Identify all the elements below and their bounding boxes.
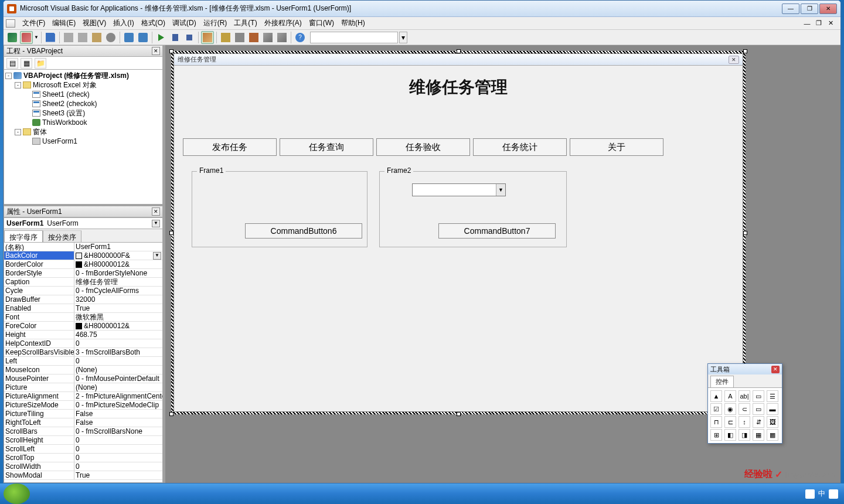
tool-optionbutton[interactable]: ◉ — [724, 403, 736, 415]
menu-item[interactable]: 运行(R) — [200, 17, 231, 29]
menu-item[interactable]: 插入(I) — [110, 17, 137, 29]
tree-workbook[interactable]: ThisWorkbook — [5, 118, 161, 127]
expand-icon[interactable]: - — [15, 82, 21, 88]
tool-listbox[interactable]: ☰ — [767, 390, 778, 402]
resize-handle-bm[interactable] — [457, 412, 461, 416]
tool-tabstrip[interactable]: ⊓ — [710, 416, 722, 428]
view-code-button[interactable]: ▤ — [6, 58, 18, 69]
resize-handle-tm[interactable] — [457, 49, 461, 53]
paste-button[interactable] — [90, 31, 103, 44]
insert-userform-button[interactable] — [20, 31, 33, 44]
dropdown-button[interactable]: ▼ — [153, 252, 161, 260]
tree-userform[interactable]: UserForm1 — [5, 137, 161, 146]
property-row[interactable]: ScrollBars0 - fmScrollBarsNone — [4, 427, 162, 436]
start-button[interactable] — [4, 483, 30, 504]
property-row[interactable]: ForeColor&H80000012& — [4, 322, 162, 331]
undo-button[interactable] — [122, 31, 135, 44]
tool-combobox[interactable]: ▭ — [753, 390, 764, 402]
tool-extra2[interactable]: ◨ — [738, 429, 750, 441]
reset-button[interactable] — [183, 31, 196, 44]
combobox-dropdown-button[interactable]: ▼ — [496, 184, 505, 196]
tree-sheet[interactable]: Sheet2 (checkok) — [5, 99, 161, 108]
menu-item[interactable]: 帮助(H) — [338, 17, 369, 29]
menu-item[interactable]: 工具(T) — [230, 17, 260, 29]
toolbox-button[interactable] — [261, 31, 274, 44]
resize-handle-tr[interactable] — [743, 49, 747, 53]
form-heading-label[interactable]: 维修任务管理 — [174, 76, 743, 98]
properties-grid[interactable]: (名称)UserForm1BackColor&H8000000F&▼Border… — [4, 242, 163, 483]
toolbox-close-button[interactable]: ✕ — [771, 366, 780, 373]
tab-alphabetic[interactable]: 按字母序 — [4, 230, 43, 242]
taskbar[interactable]: 中 — [0, 483, 844, 504]
help-button[interactable]: ? — [294, 31, 307, 44]
menu-item[interactable]: 文件(F) — [19, 17, 49, 29]
frame2[interactable]: Frame2 ▼ CommandButton7 — [379, 171, 567, 247]
userform-close-button[interactable]: ✕ — [729, 56, 739, 64]
mdi-close-button[interactable]: ✕ — [826, 19, 835, 28]
redo-button[interactable] — [137, 31, 149, 44]
design-mode-button[interactable] — [201, 31, 214, 44]
form-button[interactable]: 关于 — [570, 138, 663, 156]
menu-item[interactable]: 外接程序(A) — [261, 17, 305, 29]
properties-pane-close-button[interactable]: ✕ — [152, 207, 160, 216]
property-row[interactable]: Font微软雅黑 — [4, 313, 162, 322]
property-row[interactable]: PictureSizeMode0 - fmPictureSizeModeClip — [4, 401, 162, 410]
tool-scrollbar[interactable]: ↕ — [738, 416, 750, 428]
properties-window-button[interactable] — [233, 31, 246, 44]
tool-extra4[interactable]: ▩ — [767, 429, 778, 441]
dropdown-arrow-icon[interactable]: ▼ — [34, 35, 39, 40]
property-row[interactable]: Picture(None) — [4, 383, 162, 392]
menu-item[interactable]: 窗口(W) — [305, 17, 338, 29]
menu-item[interactable]: 调试(D) — [169, 17, 200, 29]
menu-item[interactable]: 格式(O) — [138, 17, 169, 29]
system-menu-icon[interactable] — [6, 19, 15, 28]
form-button[interactable]: 发布任务 — [183, 138, 277, 156]
tab-categorized[interactable]: 按分类序 — [43, 230, 81, 242]
break-button[interactable] — [169, 31, 182, 44]
menu-item[interactable]: 视图(V) — [79, 17, 110, 29]
object-selector[interactable]: UserForm1 UserForm ▼ — [4, 217, 163, 229]
property-row[interactable]: Caption维修任务管理 — [4, 278, 162, 287]
project-pane-close-button[interactable]: ✕ — [152, 47, 160, 55]
view-excel-button[interactable] — [6, 31, 19, 44]
tool-multipage[interactable]: ⊏ — [724, 416, 736, 428]
form-button[interactable]: 任务查询 — [280, 138, 373, 156]
tree-forms-folder[interactable]: - 窗体 — [5, 127, 161, 137]
property-row[interactable]: Height468.75 — [4, 331, 162, 339]
tray-icon[interactable] — [829, 489, 838, 499]
property-row[interactable]: ScrollLeft0 — [4, 445, 162, 454]
expand-icon[interactable]: - — [15, 129, 21, 135]
resize-handle-tl[interactable] — [169, 49, 173, 53]
tray-icon[interactable] — [805, 489, 815, 499]
property-row[interactable]: KeepScrollBarsVisible3 - fmScrollBarsBot… — [4, 348, 162, 357]
property-row[interactable]: Left0 — [4, 357, 162, 366]
tree-project-root[interactable]: - VBAProject (维修任务管理.xlsm) — [5, 71, 161, 80]
property-row[interactable]: Cycle0 - fmCycleAllForms — [4, 287, 162, 295]
property-row[interactable]: EnabledTrue — [4, 304, 162, 313]
tree-excel-folder[interactable]: - Microsoft Excel 对象 — [5, 80, 161, 90]
combobox[interactable]: ▼ — [412, 183, 506, 196]
tool-extra3[interactable]: ▦ — [753, 429, 764, 441]
close-button[interactable]: ✕ — [819, 4, 837, 14]
minimize-button[interactable]: — — [782, 4, 799, 14]
resize-handle-bl[interactable] — [169, 412, 173, 416]
property-row[interactable]: MousePointer0 - fmMousePointerDefault — [4, 374, 162, 383]
command-button-7[interactable]: CommandButton7 — [438, 223, 556, 239]
property-row[interactable]: MouseIcon(None) — [4, 366, 162, 374]
tool-pointer[interactable]: ▲ — [710, 390, 722, 402]
copy-button[interactable] — [76, 31, 89, 44]
toolbox-controls-tab[interactable]: 控件 — [710, 376, 734, 387]
toolbox-window[interactable]: 工具箱 ✕ 控件 ▲ A ab| ▭ ☰ ☑ ◉ ⊂ ▭ ▬ ⊓ ⊏ ↕ ⇵ 🖼… — [707, 363, 782, 444]
maximize-button[interactable]: ❐ — [801, 4, 818, 14]
frame1[interactable]: Frame1 CommandButton6 — [192, 171, 367, 247]
property-row[interactable]: HelpContextID0 — [4, 339, 162, 348]
tool-commandbutton[interactable]: ▬ — [767, 403, 778, 415]
tools-button[interactable] — [275, 31, 288, 44]
project-tree[interactable]: - VBAProject (维修任务管理.xlsm) - Microsoft E… — [4, 70, 163, 205]
property-row[interactable]: ScrollTop0 — [4, 454, 162, 462]
resize-handle-ml[interactable] — [169, 231, 173, 235]
tool-refedit[interactable]: ⊞ — [710, 429, 722, 441]
view-object-button[interactable]: ▦ — [21, 58, 32, 69]
property-row[interactable]: DrawBuffer32000 — [4, 295, 162, 304]
property-row[interactable]: PictureAlignment2 - fmPictureAlignmentCe… — [4, 392, 162, 401]
